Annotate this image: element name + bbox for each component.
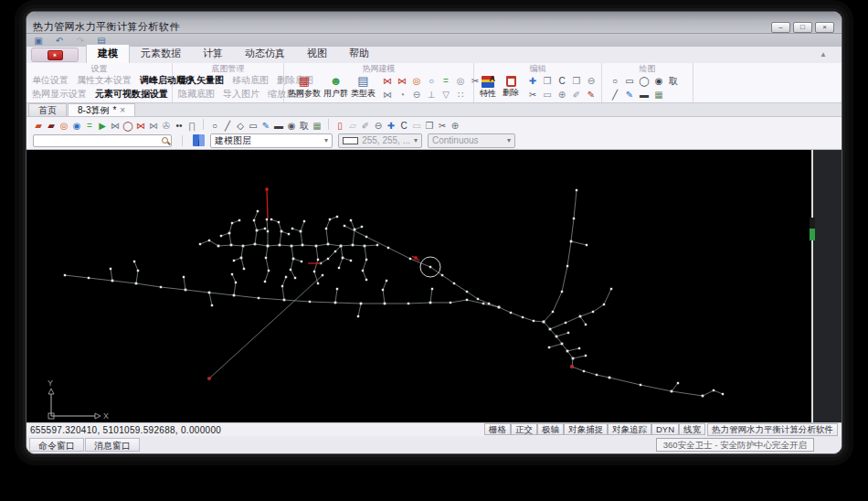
type-table-button[interactable]: ▤ 类型表 bbox=[351, 75, 376, 100]
cut-icon[interactable]: ✂ bbox=[526, 89, 539, 101]
line-tool-icon[interactable]: ╱ bbox=[609, 89, 621, 101]
pencil-tool-icon[interactable]: ✎ bbox=[623, 89, 636, 101]
zoom-out-icon[interactable]: ⊖ bbox=[372, 120, 385, 132]
circle-tool-icon[interactable]: ○ bbox=[609, 75, 621, 87]
user-group-button[interactable]: ☻ 用户群 bbox=[323, 75, 348, 100]
undo-icon[interactable]: ↶ bbox=[53, 35, 66, 47]
ribbon-collapse-icon[interactable]: ▲ bbox=[820, 50, 827, 59]
image-tool-icon[interactable]: ▦ bbox=[311, 120, 323, 132]
toggle-lineweight[interactable]: 线宽 bbox=[679, 423, 705, 435]
close-tab-icon[interactable]: × bbox=[120, 104, 125, 117]
zoom-out-icon[interactable]: ⊖ bbox=[585, 75, 598, 87]
pipe-support-icon[interactable]: ∏ bbox=[185, 120, 198, 132]
hide-basemap-button[interactable]: 隐藏底图 bbox=[178, 88, 215, 101]
delete-icon[interactable]: ▯ bbox=[333, 120, 346, 132]
valve-red-b-icon[interactable]: ⋈ bbox=[396, 75, 408, 87]
gauge-icon[interactable]: ◔ bbox=[396, 89, 408, 101]
doc-tab-example[interactable]: 8-3算例 * × bbox=[68, 103, 135, 116]
toggle-ortho[interactable]: 正交 bbox=[511, 423, 537, 435]
copy-icon[interactable]: ❐ bbox=[423, 120, 436, 132]
circled-point-icon[interactable]: ◉ bbox=[285, 120, 298, 132]
tab-view[interactable]: 视图 bbox=[296, 45, 338, 63]
pipe-icon[interactable]: = bbox=[83, 120, 96, 132]
property-text-settings-button[interactable]: 属性文本设置 bbox=[77, 74, 132, 87]
network-display-settings-button[interactable]: 热网显示设置 bbox=[32, 88, 87, 101]
move-basemap-button[interactable]: 移动底图 bbox=[232, 74, 269, 87]
line-tool-icon[interactable]: ╱ bbox=[221, 120, 234, 132]
move-icon[interactable]: ✚ bbox=[385, 120, 397, 132]
cut-icon[interactable]: ✂ bbox=[436, 120, 449, 132]
rect-tool-icon[interactable]: ▭ bbox=[623, 75, 636, 87]
color-dropdown[interactable]: 255, 255, ... ▾ bbox=[338, 133, 422, 148]
paste-icon[interactable]: ❒ bbox=[570, 75, 583, 87]
rect-select-icon[interactable]: ▭ bbox=[410, 120, 423, 132]
import-image-button[interactable]: 导入图片 bbox=[223, 88, 259, 101]
ring-gray-icon[interactable]: ◎ bbox=[454, 75, 467, 87]
close-button[interactable]: × bbox=[815, 22, 834, 33]
copy-icon[interactable]: ❐ bbox=[541, 75, 554, 87]
pencil-red-icon[interactable]: ✎ bbox=[585, 89, 598, 101]
rect-select-icon[interactable]: ▭ bbox=[541, 89, 554, 101]
minimize-button[interactable]: – bbox=[771, 22, 790, 33]
heat-source-icon[interactable]: ▰ bbox=[32, 120, 45, 132]
toggle-otrack[interactable]: 对象追踪 bbox=[608, 423, 651, 435]
command-window-tab[interactable]: 命令窗口 bbox=[29, 438, 84, 452]
bowtie-valve-icon[interactable]: ⋈ bbox=[381, 89, 394, 101]
zoom-in-icon[interactable]: ⊕ bbox=[556, 89, 568, 101]
capture-tool-icon[interactable]: 取 bbox=[298, 120, 311, 132]
pump-icon[interactable]: ▶ bbox=[96, 120, 109, 132]
tab-dynamic-simulation[interactable]: 动态仿真 bbox=[234, 45, 296, 63]
import-vector-map-button[interactable]: 导入矢量图 bbox=[178, 74, 224, 87]
network-parameters-button[interactable]: ▦ 热网参数 bbox=[288, 75, 321, 100]
message-window-tab[interactable]: 消息窗口 bbox=[85, 438, 140, 452]
perpendicular-icon[interactable]: ⊥ bbox=[425, 89, 438, 101]
filled-rect-tool-icon[interactable]: ▬ bbox=[272, 120, 285, 132]
circled-point-icon[interactable]: ◉ bbox=[652, 75, 665, 87]
layers-icon[interactable] bbox=[193, 134, 205, 146]
oval-icon[interactable]: ⊖ bbox=[410, 89, 423, 101]
delete-button[interactable]: 删除 bbox=[501, 76, 521, 99]
tab-calculation[interactable]: 计算 bbox=[192, 45, 234, 63]
pencil-tool-icon[interactable]: ✎ bbox=[259, 120, 272, 132]
element-visible-data-button[interactable]: 元素可视数据设置 bbox=[95, 88, 168, 101]
rect-tool-icon[interactable]: ▭ bbox=[247, 120, 259, 132]
capture-tool-icon[interactable]: 取 bbox=[667, 75, 680, 87]
pipe-line-icon[interactable]: = bbox=[439, 75, 452, 87]
fan-icon[interactable]: ▽ bbox=[439, 89, 452, 101]
properties-button[interactable]: 特性 bbox=[478, 76, 498, 100]
ellipse-tool-icon[interactable]: ◯ bbox=[638, 75, 651, 87]
filled-rect-tool-icon[interactable]: ▬ bbox=[638, 89, 651, 101]
linetype-dropdown[interactable]: Continuous ▾ bbox=[428, 133, 515, 148]
eraser-icon[interactable]: ▱ bbox=[346, 120, 359, 132]
heat-user-icon[interactable]: ◎ bbox=[58, 120, 70, 132]
circle-tool-icon[interactable]: ○ bbox=[208, 120, 221, 132]
redo-icon[interactable]: ↷ bbox=[74, 35, 87, 47]
toggle-grid[interactable]: 栅格 bbox=[484, 423, 511, 435]
valve-red-icon[interactable]: ⋈ bbox=[134, 120, 147, 132]
rotate-icon[interactable]: C bbox=[397, 120, 410, 132]
brush-icon[interactable]: ✐ bbox=[359, 120, 372, 132]
search-input[interactable] bbox=[34, 139, 153, 150]
move-icon[interactable]: ✚ bbox=[526, 75, 539, 87]
zoom-in-icon[interactable]: ⊕ bbox=[449, 120, 461, 132]
valve-icon[interactable]: ⋈ bbox=[147, 120, 160, 132]
valve-red-a-icon[interactable]: ⋈ bbox=[381, 75, 394, 87]
rotate-icon[interactable]: C bbox=[556, 75, 568, 87]
toggle-osnap[interactable]: 对象捕捉 bbox=[564, 423, 608, 435]
toggle-polar[interactable]: 极轴 bbox=[537, 423, 564, 435]
node-icon[interactable]: ◉ bbox=[70, 120, 83, 132]
ring-element-icon[interactable]: ◯ bbox=[122, 120, 134, 132]
toggle-dyn[interactable]: DYN bbox=[651, 423, 679, 435]
dots-icon[interactable]: •• bbox=[173, 120, 185, 132]
valve-station-icon[interactable]: ⋈ bbox=[109, 120, 122, 132]
boiler-icon[interactable]: ▰ bbox=[45, 120, 58, 132]
drawing-canvas[interactable]: XY bbox=[26, 150, 842, 422]
polygon-tool-icon[interactable]: ◇ bbox=[234, 120, 247, 132]
brush-icon[interactable]: ✐ bbox=[570, 89, 583, 101]
tab-element-data[interactable]: 元素数据 bbox=[130, 45, 192, 63]
node-circle-icon[interactable]: ○ bbox=[425, 75, 438, 87]
tab-modeling[interactable]: 建模 bbox=[86, 44, 130, 63]
app-menu-button[interactable]: ✶ bbox=[31, 48, 79, 62]
save-icon[interactable]: ▣ bbox=[32, 35, 45, 47]
tab-help[interactable]: 帮助 bbox=[338, 45, 380, 63]
